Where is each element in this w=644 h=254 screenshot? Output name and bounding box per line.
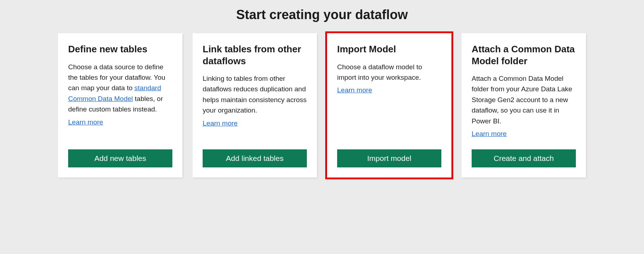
page-title: Start creating your dataflow [11,7,633,22]
card-define-new-tables: Define new tables Choose a data source t… [58,33,182,178]
card-title: Define new tables [68,43,172,55]
learn-more-link[interactable]: Learn more [68,117,103,127]
card-description: Choose a dataflow model to import into y… [337,62,441,139]
card-title: Import Model [337,43,441,55]
card-description: Linking to tables from other dataflows r… [203,73,307,139]
learn-more-link[interactable]: Learn more [203,118,238,128]
card-attach-cdm-folder: Attach a Common Data Model folder Attach… [462,33,586,178]
cards-row: Define new tables Choose a data source t… [11,33,633,178]
import-model-button[interactable]: Import model [337,149,441,167]
card-desc: Linking to tables from other dataflows r… [203,75,306,114]
card-desc: Choose a dataflow model to import into y… [337,63,422,81]
card-title: Attach a Common Data Model folder [472,43,576,67]
learn-more-link[interactable]: Learn more [337,85,372,95]
card-title: Link tables from other dataflows [203,43,307,67]
card-description: Choose a data source to define the table… [68,62,172,139]
card-desc: Attach a Common Data Model folder from y… [472,75,572,125]
create-and-attach-button[interactable]: Create and attach [472,149,576,167]
add-linked-tables-button[interactable]: Add linked tables [203,149,307,167]
card-link-tables: Link tables from other dataflows Linking… [193,33,317,178]
card-description: Attach a Common Data Model folder from y… [472,73,576,139]
learn-more-link[interactable]: Learn more [472,128,507,139]
add-new-tables-button[interactable]: Add new tables [68,149,172,167]
card-import-model: Import Model Choose a dataflow model to … [327,33,451,178]
